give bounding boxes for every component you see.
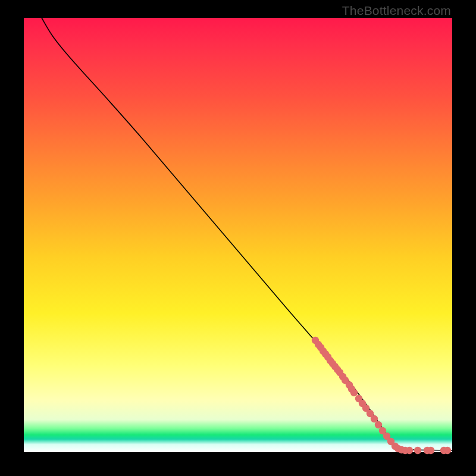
bottleneck-curve	[42, 18, 452, 450]
data-markers-group	[312, 337, 451, 454]
data-marker	[375, 421, 382, 428]
watermark-text: TheBottleneck.com	[342, 4, 451, 18]
chart-frame: TheBottleneck.com	[0, 0, 476, 476]
data-marker	[444, 447, 451, 454]
data-marker	[371, 415, 378, 422]
data-marker	[350, 389, 358, 396]
data-marker	[414, 447, 421, 454]
chart-svg	[24, 18, 452, 452]
data-marker	[406, 447, 413, 454]
plot-area	[24, 18, 452, 452]
data-marker	[427, 447, 434, 454]
